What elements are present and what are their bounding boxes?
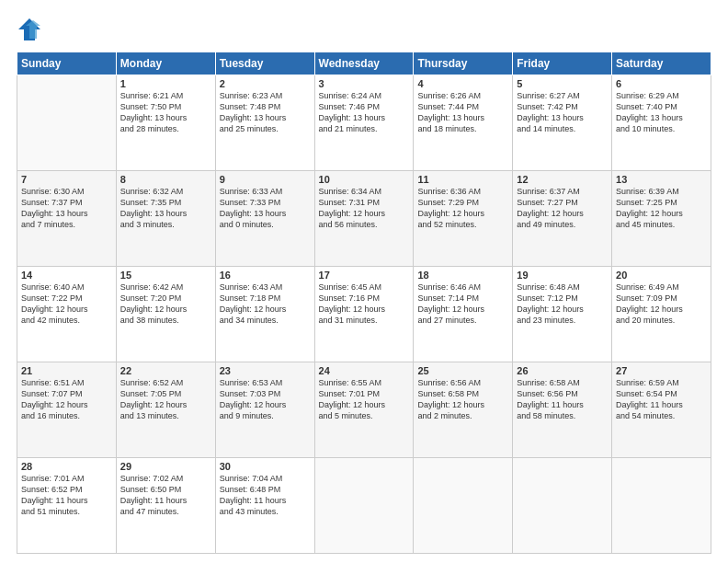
day-number: 18	[417, 270, 508, 281]
info-line: Daylight: 12 hours	[616, 209, 683, 218]
table-row: 20Sunrise: 6:49 AMSunset: 7:09 PMDayligh…	[612, 267, 711, 362]
info-line: and 51 minutes.	[21, 507, 80, 516]
info-line: and 10 minutes.	[616, 124, 675, 133]
day-number: 11	[417, 174, 508, 185]
info-line: Sunrise: 6:37 AM	[517, 187, 580, 196]
info-line: Daylight: 12 hours	[220, 304, 287, 314]
table-row: 22Sunrise: 6:52 AMSunset: 7:05 PMDayligh…	[116, 362, 215, 458]
table-row	[17, 75, 117, 171]
info-line: Daylight: 11 hours	[21, 496, 88, 505]
info-line: Sunset: 7:35 PM	[120, 198, 182, 207]
info-line: Sunrise: 6:49 AM	[616, 282, 679, 292]
day-number: 1	[120, 78, 211, 89]
calendar-header-row: Sunday Monday Tuesday Wednesday Thursday…	[17, 52, 711, 75]
info-line: Sunrise: 6:34 AM	[319, 187, 382, 196]
table-row: 7Sunrise: 6:30 AMSunset: 7:37 PMDaylight…	[17, 171, 117, 267]
info-line: and 34 minutes.	[220, 316, 279, 325]
info-line: Sunrise: 6:43 AM	[220, 282, 283, 292]
day-number: 30	[220, 461, 311, 472]
day-info: Sunrise: 6:27 AMSunset: 7:42 PMDaylight:…	[517, 90, 608, 135]
info-line: Daylight: 12 hours	[517, 209, 584, 218]
day-number: 8	[120, 174, 211, 185]
day-number: 24	[319, 365, 410, 376]
info-line: Sunrise: 6:53 AM	[220, 378, 283, 387]
info-line: Sunrise: 6:33 AM	[220, 187, 283, 196]
info-line: and 56 minutes.	[319, 220, 378, 229]
day-number: 28	[21, 461, 112, 472]
info-line: Sunrise: 6:51 AM	[21, 378, 85, 387]
info-line: Sunset: 7:12 PM	[517, 293, 578, 303]
table-row: 27Sunrise: 6:59 AMSunset: 6:54 PMDayligh…	[612, 362, 711, 458]
info-line: Daylight: 12 hours	[21, 400, 88, 409]
page: Sunday Monday Tuesday Wednesday Thursday…	[0, 0, 728, 563]
day-number: 3	[319, 78, 410, 89]
info-line: and 58 minutes.	[517, 411, 575, 420]
day-number: 23	[220, 365, 311, 376]
info-line: Sunrise: 6:24 AM	[319, 91, 382, 100]
calendar-week-row: 21Sunrise: 6:51 AMSunset: 7:07 PMDayligh…	[17, 362, 711, 458]
table-row: 1Sunrise: 6:21 AMSunset: 7:50 PMDaylight…	[116, 75, 215, 171]
col-wednesday: Wednesday	[314, 52, 414, 75]
col-friday: Friday	[513, 52, 612, 75]
info-line: Daylight: 12 hours	[319, 400, 386, 409]
info-line: Sunset: 7:50 PM	[120, 102, 182, 111]
info-line: and 7 minutes.	[21, 220, 75, 229]
info-line: Sunset: 7:14 PM	[417, 293, 479, 303]
calendar-table: Sunday Monday Tuesday Wednesday Thursday…	[17, 52, 711, 554]
info-line: Sunrise: 6:45 AM	[319, 282, 382, 292]
info-line: Sunrise: 6:42 AM	[120, 282, 184, 292]
info-line: and 54 minutes.	[616, 411, 675, 420]
info-line: and 16 minutes.	[21, 411, 80, 420]
day-info: Sunrise: 6:23 AMSunset: 7:48 PMDaylight:…	[220, 90, 311, 135]
col-thursday: Thursday	[414, 52, 513, 75]
info-line: and 20 minutes.	[616, 316, 675, 325]
day-number: 15	[120, 270, 211, 281]
day-number: 6	[616, 78, 707, 89]
info-line: Sunset: 6:56 PM	[517, 389, 578, 398]
info-line: Sunrise: 6:21 AM	[120, 91, 184, 100]
info-line: Daylight: 12 hours	[220, 400, 287, 409]
table-row: 6Sunrise: 6:29 AMSunset: 7:40 PMDaylight…	[612, 75, 711, 171]
table-row: 18Sunrise: 6:46 AMSunset: 7:14 PMDayligh…	[414, 267, 513, 362]
info-line: Sunset: 6:50 PM	[120, 485, 182, 494]
info-line: and 9 minutes.	[220, 411, 274, 420]
day-info: Sunrise: 7:02 AMSunset: 6:50 PMDaylight:…	[120, 473, 211, 518]
table-row	[414, 458, 513, 554]
info-line: Sunset: 7:31 PM	[319, 198, 381, 207]
info-line: Sunset: 7:27 PM	[517, 198, 578, 207]
info-line: and 52 minutes.	[417, 220, 476, 229]
day-info: Sunrise: 6:53 AMSunset: 7:03 PMDaylight:…	[220, 377, 311, 422]
day-info: Sunrise: 6:42 AMSunset: 7:20 PMDaylight:…	[120, 282, 211, 327]
info-line: Sunset: 6:58 PM	[417, 389, 479, 398]
info-line: Sunrise: 6:48 AM	[517, 282, 580, 292]
day-info: Sunrise: 6:56 AMSunset: 6:58 PMDaylight:…	[417, 377, 508, 422]
info-line: Daylight: 11 hours	[517, 400, 584, 409]
info-line: and 25 minutes.	[220, 124, 279, 133]
info-line: and 45 minutes.	[616, 220, 675, 229]
calendar-week-row: 1Sunrise: 6:21 AMSunset: 7:50 PMDaylight…	[17, 75, 711, 171]
info-line: Sunset: 7:33 PM	[220, 198, 281, 207]
day-number: 9	[220, 174, 311, 185]
info-line: Sunset: 7:20 PM	[120, 293, 182, 303]
day-number: 2	[220, 78, 311, 89]
info-line: and 42 minutes.	[21, 316, 80, 325]
day-info: Sunrise: 6:55 AMSunset: 7:01 PMDaylight:…	[319, 377, 410, 422]
day-info: Sunrise: 6:34 AMSunset: 7:31 PMDaylight:…	[319, 186, 410, 231]
info-line: Daylight: 13 hours	[120, 209, 188, 218]
info-line: and 2 minutes.	[417, 411, 472, 420]
day-info: Sunrise: 6:37 AMSunset: 7:27 PMDaylight:…	[517, 186, 608, 231]
day-number: 13	[616, 174, 707, 185]
info-line: and 5 minutes.	[319, 411, 373, 420]
info-line: Daylight: 13 hours	[517, 113, 584, 122]
info-line: Sunrise: 6:40 AM	[21, 282, 85, 292]
day-info: Sunrise: 6:24 AMSunset: 7:46 PMDaylight:…	[319, 90, 410, 135]
info-line: Sunrise: 6:26 AM	[417, 91, 481, 100]
day-number: 19	[517, 270, 608, 281]
day-info: Sunrise: 6:51 AMSunset: 7:07 PMDaylight:…	[21, 377, 112, 422]
info-line: Daylight: 12 hours	[517, 304, 584, 314]
logo	[17, 17, 46, 42]
info-line: Sunset: 7:42 PM	[517, 102, 578, 111]
table-row: 19Sunrise: 6:48 AMSunset: 7:12 PMDayligh…	[513, 267, 612, 362]
day-info: Sunrise: 6:39 AMSunset: 7:25 PMDaylight:…	[616, 186, 707, 231]
table-row	[314, 458, 414, 554]
